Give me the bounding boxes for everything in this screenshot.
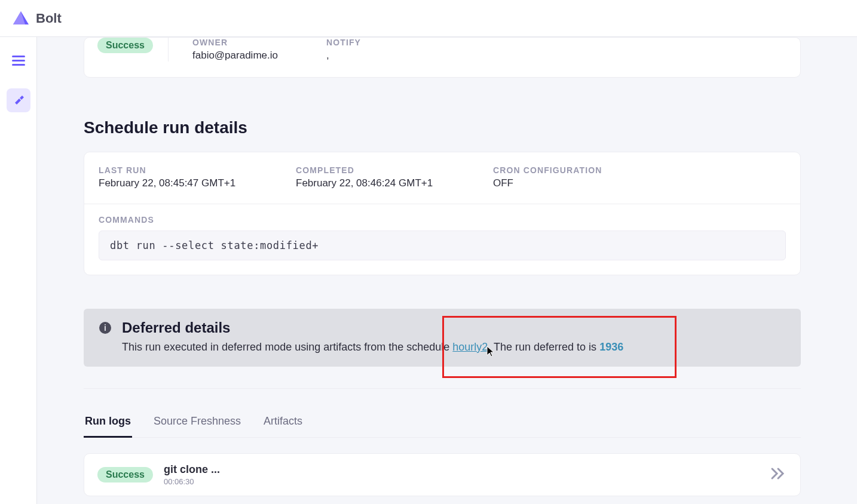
deferred-text-middle: . The run deferred to is (488, 341, 599, 353)
log-title: git clone ... (164, 463, 760, 476)
last-run-label: LAST RUN (99, 165, 248, 175)
sidebar (0, 37, 37, 504)
app-name: Bolt (36, 11, 62, 26)
notify-label: NOTIFY (326, 38, 460, 47)
log-tabs: Run logs Source Freshness Artifacts (84, 415, 801, 438)
status-badge: Success (97, 467, 153, 483)
tab-source-freshness[interactable]: Source Freshness (152, 415, 242, 438)
completed-label: COMPLETED (296, 165, 445, 175)
owner-value: fabio@paradime.io (192, 50, 326, 62)
hammer-icon (12, 93, 25, 108)
deferred-run-id-link[interactable]: 1936 (599, 341, 623, 353)
svg-rect-1 (12, 60, 25, 62)
deferred-details-panel: i Deferred details This run executed in … (84, 309, 801, 367)
summary-card: Success OWNER fabio@paradime.io NOTIFY , (84, 37, 801, 78)
commands-label: COMMANDS (99, 215, 786, 225)
info-icon: i (99, 322, 111, 334)
svg-rect-0 (12, 56, 25, 57)
bolt-logo-icon (12, 10, 30, 27)
run-details-card: LAST RUN February 22, 08:45:47 GMT+1 COM… (84, 152, 801, 275)
app-header: Bolt (0, 0, 857, 37)
sidebar-menu-button[interactable] (7, 50, 30, 74)
tab-artifacts[interactable]: Artifacts (262, 415, 304, 438)
log-row[interactable]: Success git clone ... 00:06:30 (84, 453, 801, 496)
deferred-text-prefix: This run executed in deferred mode using… (122, 341, 452, 353)
section-title: Schedule run details (84, 118, 801, 137)
cron-value: OFF (493, 177, 642, 189)
deferred-body: This run executed in deferred mode using… (122, 341, 785, 354)
app-logo[interactable]: Bolt (12, 10, 62, 27)
log-time: 00:06:30 (164, 477, 760, 486)
notify-value: , (326, 50, 460, 62)
tab-run-logs[interactable]: Run logs (84, 415, 132, 438)
deferred-title: Deferred details (122, 319, 230, 336)
last-run-value: February 22, 08:45:47 GMT+1 (99, 177, 248, 189)
cron-label: CRON CONFIGURATION (493, 165, 642, 175)
svg-rect-2 (12, 64, 25, 66)
completed-value: February 22, 08:46:24 GMT+1 (296, 177, 445, 189)
hamburger-icon (12, 56, 25, 69)
sidebar-build-button[interactable] (7, 88, 30, 112)
chevron-right-icon (770, 467, 787, 483)
commands-code: dbt run --select state:modified+ (99, 231, 786, 260)
owner-label: OWNER (192, 38, 326, 47)
deferred-schedule-link[interactable]: hourly2 (452, 341, 488, 353)
status-badge: Success (97, 38, 153, 53)
